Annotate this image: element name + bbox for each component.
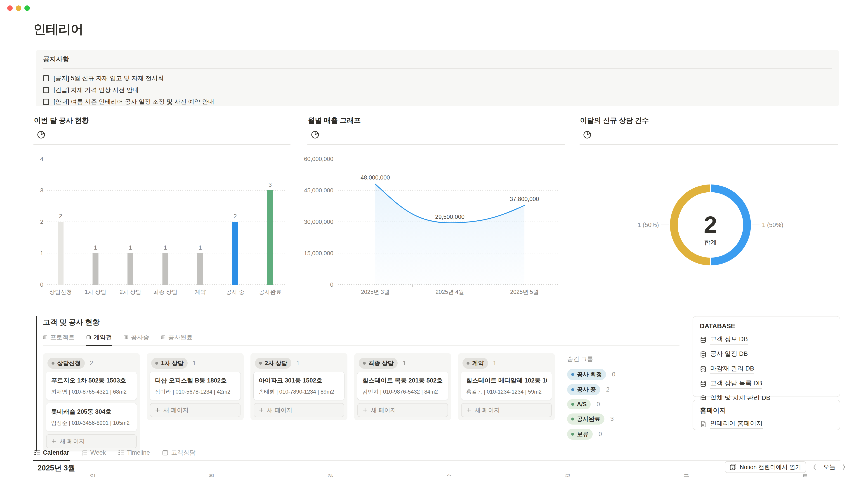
- notice-item[interactable]: [공지] 5월 신규 자재 입고 및 자재 전시회: [43, 72, 832, 84]
- kanban-column: 1차 상담 1 더샵 오피스텔 B동 1802호 정미라 | 010-5678-…: [147, 353, 244, 420]
- database-link[interactable]: 고객 정보 DB: [700, 335, 833, 345]
- homepage-box: 홈페이지 인테리어 홈페이지: [692, 400, 840, 430]
- bar: [267, 190, 273, 285]
- homepage-link-label: 인테리어 홈페이지: [710, 419, 763, 429]
- kanban-card[interactable]: 힐스테이트 목동 201동 502호 김민지 | 010-9876-5432 |…: [358, 372, 448, 400]
- new-page-label: 새 페이지: [267, 406, 292, 414]
- weekday-label: 수: [390, 473, 508, 477]
- todo-checkbox[interactable]: [43, 75, 49, 81]
- status-dot: [571, 373, 574, 376]
- close-window-icon[interactable]: [7, 5, 13, 11]
- tab-label: Timeline: [127, 449, 150, 456]
- area-fill: [375, 184, 524, 285]
- card-title: 힐스테이트 목동 201동 502호: [362, 377, 443, 385]
- divider: [43, 68, 832, 69]
- table-view-icon: [161, 334, 165, 341]
- new-page-label: 새 페이지: [60, 438, 85, 445]
- new-page-button[interactable]: 새 페이지: [358, 403, 448, 417]
- chevron-left-icon[interactable]: [812, 464, 817, 471]
- database-link-label: 마감재 관리 DB: [710, 364, 754, 374]
- new-page-button[interactable]: 새 페이지: [461, 403, 552, 417]
- bar: [127, 253, 133, 285]
- hidden-group-item[interactable]: 보류 0: [567, 428, 676, 440]
- kanban-column: 계약 1 힐스테이트 메디알레 102동 102호 홍길동 | 010-1234…: [458, 353, 555, 420]
- bar: [197, 253, 203, 285]
- weekday-label: 월: [152, 473, 271, 477]
- kanban-card[interactable]: 힐스테이트 메디알레 102동 102호 홍길동 | 010-1234-1234…: [461, 372, 552, 400]
- minimize-window-icon[interactable]: [16, 5, 21, 11]
- x-axis-tick-label: 공사완료: [259, 289, 281, 295]
- column-name: 상담신청: [57, 359, 81, 367]
- column-header[interactable]: 1차 상담 1: [150, 357, 241, 372]
- pie-chart-icon: [37, 130, 46, 139]
- column-count: 2: [90, 360, 93, 367]
- plus-icon: [51, 439, 57, 444]
- bar-value-label: 2: [59, 213, 62, 219]
- chart-title: 이번 달 공사 현황: [34, 116, 290, 125]
- kanban-card[interactable]: 더샵 오피스텔 B동 1802호 정미라 | 010-5678-1234 | 4…: [150, 372, 241, 400]
- checklist-icon: [118, 449, 124, 456]
- status-dot: [259, 362, 262, 365]
- status-dot: [571, 403, 574, 406]
- kanban-card[interactable]: 아이파크 301동 1502호 송태희 | 010-7890-1234 | 89…: [254, 372, 344, 400]
- database-link[interactable]: 공사 일정 DB: [700, 350, 833, 359]
- homepage-link[interactable]: 인테리어 홈페이지: [700, 419, 833, 429]
- kanban-column: 최종 상담 1 힐스테이트 목동 201동 502호 김민지 | 010-987…: [354, 353, 451, 420]
- notice-item[interactable]: [긴급] 자재 가격 인상 사전 안내: [43, 84, 832, 96]
- hidden-group-item[interactable]: 공사완료 3: [567, 414, 676, 424]
- hidden-group-count: 0: [612, 371, 615, 378]
- y-axis-tick-label: 0: [40, 281, 43, 288]
- chevron-right-icon[interactable]: [842, 464, 846, 471]
- tab-project[interactable]: 프로젝트: [43, 333, 74, 346]
- today-button[interactable]: 오늘: [823, 463, 835, 471]
- open-in-notion-calendar-button[interactable]: 9 Notion 캘린더에서 열기: [725, 461, 806, 473]
- new-page-button[interactable]: 새 페이지: [254, 403, 344, 417]
- card-title: 롯데캐슬 205동 304호: [51, 408, 132, 416]
- hidden-group-item[interactable]: 공사 중 2: [567, 384, 676, 395]
- y-axis-tick-label: 60,000,000: [304, 155, 333, 162]
- maximize-window-icon[interactable]: [24, 5, 30, 11]
- new-page-button[interactable]: 새 페이지: [150, 403, 241, 417]
- hidden-group-count: 2: [606, 386, 610, 393]
- x-axis-tick-label: 2차 상담: [120, 289, 141, 295]
- x-axis-tick-label: 최종 상담: [153, 289, 178, 295]
- x-axis-tick-label: 2025년 3월: [361, 289, 390, 295]
- tab-pre-contract[interactable]: 계약전: [86, 333, 112, 346]
- weekday-label: 일: [33, 473, 152, 477]
- column-count: 1: [193, 360, 196, 367]
- x-axis-tick-label: 상담신청: [49, 289, 72, 295]
- bar-value-label: 2: [234, 213, 237, 219]
- tab-label: 계약전: [94, 333, 112, 341]
- calendar-month-label: 2025년 3월: [37, 463, 75, 473]
- weekday-label: 금: [627, 473, 746, 477]
- hidden-group-item[interactable]: 공사 확정 0: [567, 369, 676, 380]
- kanban-column: 2차 상담 1 아이파크 301동 1502호 송태희 | 010-7890-1…: [250, 353, 347, 420]
- column-header[interactable]: 계약 1: [461, 357, 552, 372]
- tab-timeline[interactable]: Timeline: [118, 449, 150, 460]
- tab-week[interactable]: Week: [81, 449, 106, 460]
- notice-item[interactable]: [안내] 여름 시즌 인테리어 공사 일정 조정 및 사전 예약 안내: [43, 96, 832, 108]
- tab-calendar[interactable]: Calendar: [33, 449, 70, 460]
- new-page-button[interactable]: 새 페이지: [46, 434, 137, 448]
- database-link[interactable]: 마감재 관리 DB: [700, 364, 833, 374]
- hidden-groups: 숨긴 그룹 공사 확정 0 공사 중 2 A/S 0 공사완료 3 보류 0: [567, 353, 676, 444]
- column-header[interactable]: 2차 상담 1: [254, 357, 344, 372]
- column-header[interactable]: 최종 상담 1: [358, 357, 448, 372]
- chart-title: 이달의 신규 상담 건수: [580, 116, 838, 125]
- plus-icon: [155, 407, 160, 413]
- kanban-card[interactable]: 롯데캐슬 205동 304호 임성준 | 010-3456-8901 | 105…: [46, 403, 137, 431]
- tab-in-construction[interactable]: 공사중: [124, 333, 149, 346]
- bar-value-label: 1: [94, 244, 97, 251]
- database-link[interactable]: 고객 상담 목록 DB: [700, 379, 833, 389]
- kanban-card[interactable]: 푸르지오 1차 502동 1503호 최재영 | 010-8765-4321 |…: [46, 372, 137, 400]
- tab-customer-consult[interactable]: 고객상담: [162, 449, 196, 460]
- y-axis-tick-label: 15,000,000: [304, 250, 333, 257]
- svg-text:9: 9: [732, 466, 733, 469]
- board-view-icon: [124, 334, 128, 341]
- status-dot: [363, 362, 366, 365]
- column-header[interactable]: 상담신청 2: [46, 357, 137, 372]
- tab-construction-done[interactable]: 공사완료: [161, 333, 193, 346]
- todo-checkbox[interactable]: [43, 99, 49, 105]
- hidden-group-item[interactable]: A/S 0: [567, 399, 676, 409]
- todo-checkbox[interactable]: [43, 87, 49, 93]
